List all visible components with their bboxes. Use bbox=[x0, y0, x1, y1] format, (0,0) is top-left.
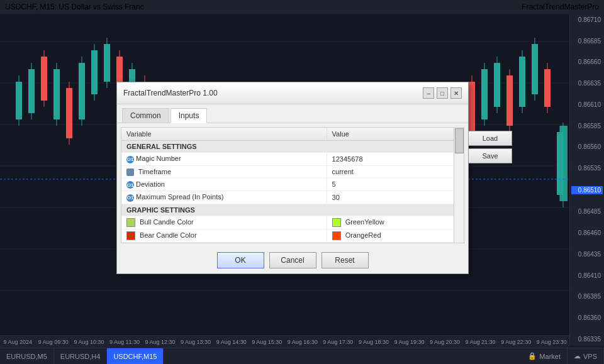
variable-cell: Timeframe bbox=[121, 165, 327, 178]
price-label: 0.86410 bbox=[571, 272, 603, 279]
type-icon-01: O1 bbox=[126, 181, 134, 189]
time-label: 9 Aug 09:30 bbox=[36, 339, 72, 345]
type-icon-01: O1 bbox=[126, 156, 134, 163]
value-cell[interactable]: 12345678 bbox=[327, 153, 463, 166]
value-cell[interactable]: OrangeRed bbox=[327, 229, 463, 242]
variable-name: Deviation bbox=[136, 180, 165, 188]
svg-rect-60 bbox=[494, 63, 500, 107]
time-label: 9 Aug 23:30 bbox=[534, 339, 569, 345]
section-label-general: GENERAL SETTINGS bbox=[121, 141, 464, 153]
variable-name: Bull Candle Color bbox=[140, 218, 194, 226]
dialog-controls: – □ ✕ bbox=[423, 87, 462, 99]
value-cell[interactable]: 30 bbox=[327, 191, 463, 204]
load-button[interactable]: Load bbox=[468, 131, 512, 146]
tab-inputs[interactable]: Inputs bbox=[171, 108, 208, 123]
chart-title: USDCHF, M15: US Dollar vs Swiss Franc bbox=[5, 3, 144, 11]
variable-name: Bear Candle Color bbox=[140, 231, 197, 239]
price-label: 0.86335 bbox=[571, 336, 603, 343]
time-label: 9 Aug 19:30 bbox=[391, 339, 427, 345]
time-label: 9 Aug 10:30 bbox=[71, 339, 107, 345]
lock-icon: 🔒 bbox=[528, 352, 537, 360]
cloud-icon: ☁ bbox=[574, 352, 581, 360]
tab-inputs-label: Inputs bbox=[179, 111, 199, 120]
tab-label: EURUSD,M5 bbox=[6, 353, 47, 360]
reset-button[interactable]: Reset bbox=[322, 252, 369, 268]
table-row[interactable]: Timeframe current bbox=[121, 165, 464, 178]
dialog-titlebar: FractalTrendMasterPro 1.00 – □ ✕ bbox=[117, 82, 468, 104]
table-row[interactable]: O1 Maximum Spread (In Points) 30 bbox=[121, 191, 464, 204]
tab-common-label: Common bbox=[130, 111, 161, 120]
time-label: 9 Aug 15:30 bbox=[249, 339, 285, 345]
section-general: GENERAL SETTINGS bbox=[121, 141, 464, 153]
settings-dialog: FractalTrendMasterPro 1.00 – □ ✕ Common … bbox=[116, 82, 469, 274]
type-icon-01: O1 bbox=[126, 194, 134, 202]
indicator-name: FractalTrendMasterPro bbox=[522, 3, 599, 11]
section-graphic: GRAPHIC SETTINGS bbox=[121, 204, 464, 216]
price-label: 0.86585 bbox=[571, 123, 603, 130]
svg-rect-8 bbox=[16, 82, 22, 119]
time-label: 9 Aug 17:30 bbox=[320, 339, 356, 345]
value-cell[interactable]: GreenYellow bbox=[327, 216, 463, 229]
minimize-button[interactable]: – bbox=[423, 87, 434, 99]
value-cell[interactable]: 5 bbox=[327, 178, 463, 191]
maximize-button[interactable]: □ bbox=[437, 87, 448, 99]
vps-status[interactable]: ☁ VPS bbox=[568, 348, 604, 364]
scrollbar-thumb[interactable] bbox=[455, 128, 464, 153]
price-label: 0.86535 bbox=[571, 165, 603, 172]
tab-eurusd-h4[interactable]: EURUSD,H4 bbox=[54, 348, 108, 364]
time-label: 9 Aug 14:30 bbox=[213, 339, 249, 345]
value-cell[interactable]: current bbox=[327, 165, 463, 178]
cancel-button[interactable]: Cancel bbox=[269, 252, 316, 268]
price-label: 0.86435 bbox=[571, 251, 603, 258]
variable-cell: O1 Deviation bbox=[121, 178, 327, 191]
variable-cell: Bull Candle Color bbox=[121, 216, 327, 229]
side-buttons: Load Save bbox=[468, 131, 512, 163]
tab-label: EURUSD,H4 bbox=[60, 353, 101, 360]
table-row[interactable]: Bull Candle Color GreenYellow bbox=[121, 216, 464, 229]
svg-rect-16 bbox=[66, 88, 72, 138]
market-status[interactable]: 🔒 Market bbox=[522, 348, 568, 364]
svg-rect-14 bbox=[53, 69, 60, 119]
time-label: 9 Aug 20:30 bbox=[427, 339, 463, 345]
table-row[interactable]: Bear Candle Color OrangeRed bbox=[121, 229, 464, 242]
time-label: 9 Aug 13:30 bbox=[178, 339, 214, 345]
tab-label: USDCHF,M15 bbox=[113, 353, 157, 360]
time-label: 9 Aug 21:30 bbox=[462, 339, 498, 345]
variable-name: Maximum Spread (In Points) bbox=[136, 193, 223, 201]
bear-color-swatch bbox=[332, 231, 341, 240]
variable-name: Magic Number bbox=[136, 155, 181, 162]
scrollbar[interactable] bbox=[454, 128, 464, 243]
tab-common[interactable]: Common bbox=[122, 108, 169, 123]
ok-button[interactable]: OK bbox=[217, 252, 264, 268]
time-label: 9 Aug 18:30 bbox=[356, 339, 392, 345]
svg-rect-12 bbox=[41, 57, 47, 101]
col-header-variable: Variable bbox=[121, 128, 327, 141]
tab-usdchf-m15[interactable]: USDCHF,M15 bbox=[107, 348, 164, 364]
price-axis: 0.86710 0.86685 0.86660 0.86635 0.86610 … bbox=[569, 14, 604, 345]
price-label: 0.86660 bbox=[571, 58, 603, 65]
table-row[interactable]: O1 Magic Number 12345678 bbox=[121, 153, 464, 166]
svg-rect-62 bbox=[506, 75, 513, 126]
price-label: 0.86610 bbox=[571, 101, 603, 108]
table-row[interactable]: O1 Deviation 5 bbox=[121, 178, 464, 191]
svg-rect-72 bbox=[560, 126, 568, 201]
variable-cell: O1 Maximum Spread (In Points) bbox=[121, 191, 327, 204]
vps-label: VPS bbox=[583, 353, 597, 360]
svg-rect-66 bbox=[532, 44, 538, 94]
svg-rect-18 bbox=[79, 63, 85, 119]
variable-cell: Bear Candle Color bbox=[121, 229, 327, 242]
market-label: Market bbox=[539, 353, 561, 360]
close-button[interactable]: ✕ bbox=[450, 87, 462, 99]
svg-rect-10 bbox=[28, 69, 35, 113]
save-button[interactable]: Save bbox=[468, 148, 512, 163]
bear-color-icon bbox=[126, 231, 135, 240]
time-label: 9 Aug 16:30 bbox=[285, 339, 321, 345]
settings-table: Variable Value GENERAL SETTINGS O1 Magic… bbox=[121, 128, 464, 243]
settings-table-wrap: Variable Value GENERAL SETTINGS O1 Magic… bbox=[121, 127, 464, 243]
price-label: 0.86685 bbox=[571, 38, 603, 45]
svg-rect-56 bbox=[469, 82, 475, 132]
status-bar: EURUSD,M5 EURUSD,H4 USDCHF,M15 🔒 Market … bbox=[0, 348, 604, 364]
top-bar: USDCHF, M15: US Dollar vs Swiss Franc Fr… bbox=[0, 0, 604, 14]
tab-eurusd-m5[interactable]: EURUSD,M5 bbox=[0, 348, 54, 364]
svg-rect-64 bbox=[519, 57, 525, 107]
